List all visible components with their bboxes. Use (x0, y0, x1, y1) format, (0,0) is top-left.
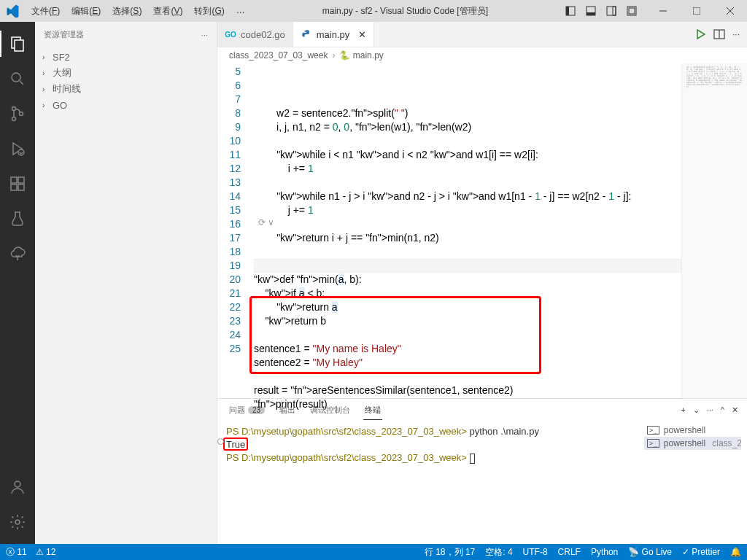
close-panel-icon[interactable]: ✕ (732, 405, 738, 415)
close-button[interactable] (713, 0, 747, 22)
terminal-instance[interactable]: >_powershellclass_2… (644, 437, 741, 450)
layout-icon[interactable] (560, 0, 581, 22)
status-errors[interactable]: ⓧ 11 (6, 546, 27, 559)
menu-bar: 文件(F)编辑(E)选择(S)查看(V)转到(G)… (26, 2, 250, 20)
codelens-icon[interactable]: ⟳ ∨ (258, 216, 274, 230)
layout-buttons (560, 0, 642, 22)
tab-bar: GOcode02.gomain.py✕ ··· (217, 22, 747, 47)
svg-rect-1 (566, 7, 569, 15)
svg-rect-13 (15, 40, 23, 51)
svg-point-18 (20, 112, 23, 116)
cloud-icon[interactable] (0, 238, 35, 270)
tab[interactable]: GOcode02.go (217, 22, 293, 47)
status-item[interactable]: 📡 Go Live (628, 547, 672, 557)
terminal[interactable]: PS D:\mysetup\gopath\src\sf2\class_2023_… (217, 421, 638, 544)
svg-rect-5 (613, 7, 616, 15)
svg-line-15 (20, 81, 23, 85)
status-item[interactable]: 空格: 4 (485, 546, 512, 559)
svg-point-24 (15, 481, 20, 487)
svg-point-17 (12, 117, 16, 121)
status-item[interactable]: ✓ Prettier (682, 547, 720, 557)
editor-group: GOcode02.gomain.py✕ ··· class_2023_07_03… (217, 22, 747, 544)
tree-item[interactable]: ›大纲 (35, 65, 217, 81)
settings-icon[interactable] (0, 506, 35, 538)
powershell-icon: >_ (647, 426, 659, 435)
close-tab-icon[interactable]: ✕ (358, 29, 366, 40)
activity-bar (0, 22, 35, 544)
panel: 问题23输出调试控制台终端 + ⌄ ··· ^ ✕ PS D:\mysetup\… (217, 398, 747, 544)
svg-point-26 (305, 31, 306, 31)
svg-rect-20 (11, 177, 17, 183)
code-content[interactable]: ⟳ ∨ w2 = sentence2."fn">split(" ") i, j,… (254, 63, 681, 398)
status-item[interactable]: UTF-8 (523, 547, 548, 557)
terminal-list: >_powershell>_powershellclass_2… (638, 421, 747, 544)
menu-item[interactable]: 转到(G) (189, 2, 229, 20)
window-title: main.py - sf2 - Visual Studio Code [管理员] (250, 5, 560, 18)
svg-rect-23 (18, 184, 24, 190)
menu-item[interactable]: 文件(F) (26, 2, 65, 20)
tree-item[interactable]: ›GO (35, 97, 217, 113)
extensions-icon[interactable] (0, 168, 35, 200)
layout-icon[interactable] (581, 0, 601, 22)
window-controls (646, 0, 747, 22)
status-item[interactable]: CRLF (558, 547, 581, 557)
sidebar-header: 资源管理器 ··· (35, 22, 217, 47)
layout-icon[interactable] (601, 0, 622, 22)
breadcrumb[interactable]: class_2023_07_03_week›🐍 main.py (217, 47, 747, 63)
minimize-button[interactable] (646, 0, 680, 22)
gutter: 5678910111213141516171819202122232425 (217, 63, 254, 398)
run-icon[interactable] (694, 28, 706, 40)
svg-rect-3 (587, 12, 595, 15)
sidebar: 资源管理器 ··· ›SF2›大纲›时间线›GO (35, 22, 217, 544)
menu-item[interactable]: 选择(S) (107, 2, 147, 20)
titlebar: 文件(F)编辑(E)选择(S)查看(V)转到(G)… main.py - sf2… (0, 0, 747, 22)
go-icon: GO (225, 28, 236, 40)
tree-item[interactable]: ›SF2 (35, 49, 217, 65)
python-icon (301, 28, 312, 40)
menu-item[interactable]: … (231, 2, 250, 20)
account-icon[interactable] (0, 471, 35, 503)
svg-point-14 (12, 73, 20, 82)
code-area[interactable]: 5678910111213141516171819202122232425 ⟳ … (217, 63, 747, 398)
more-icon[interactable]: ··· (201, 31, 208, 39)
svg-point-16 (12, 107, 16, 111)
new-terminal-icon[interactable]: + (681, 405, 685, 415)
svg-rect-4 (607, 7, 616, 15)
terminal-instance[interactable]: >_powershell (644, 424, 741, 437)
search-icon[interactable] (0, 63, 35, 95)
tree-item[interactable]: ›时间线 (35, 81, 217, 97)
svg-rect-9 (693, 7, 700, 15)
testing-icon[interactable] (0, 203, 35, 235)
menu-item[interactable]: 编辑(E) (66, 2, 106, 20)
vscode-icon (0, 4, 25, 18)
status-item[interactable]: Python (591, 547, 618, 557)
sidebar-title: 资源管理器 (44, 29, 84, 40)
split-icon[interactable] (713, 28, 725, 40)
menu-item[interactable]: 查看(V) (148, 2, 187, 20)
more-icon[interactable]: ··· (707, 405, 713, 415)
run-debug-icon[interactable] (0, 133, 35, 165)
svg-rect-22 (11, 184, 17, 190)
more-icon[interactable]: ··· (732, 29, 740, 39)
minimap[interactable]: w2 = sentence2.split(" ") i, j, n1, n2 =… (681, 63, 747, 398)
powershell-icon: >_ (647, 439, 659, 448)
layout-icon[interactable] (622, 0, 642, 22)
maximize-panel-icon[interactable]: ^ (721, 405, 724, 415)
status-item[interactable]: 行 18，列 17 (425, 546, 475, 559)
svg-point-25 (15, 520, 20, 524)
chevron-down-icon[interactable]: ⌄ (693, 405, 700, 415)
status-bar: ⓧ 11 ⚠ 12 行 18，列 17空格: 4UTF-8CRLFPython📡… (0, 544, 747, 560)
source-control-icon[interactable] (0, 98, 35, 130)
tab[interactable]: main.py✕ (293, 22, 375, 47)
svg-rect-7 (629, 8, 635, 14)
explorer-icon[interactable] (0, 28, 35, 60)
tree: ›SF2›大纲›时间线›GO (35, 47, 217, 114)
bell-icon[interactable]: 🔔 (730, 547, 741, 557)
svg-rect-21 (18, 177, 24, 183)
maximize-button[interactable] (680, 0, 713, 22)
status-warnings[interactable]: ⚠ 12 (36, 547, 56, 557)
